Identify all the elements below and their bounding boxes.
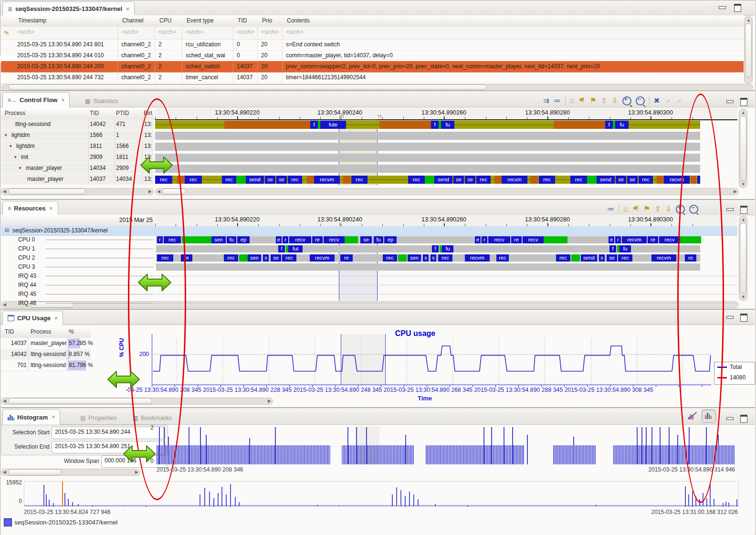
state-rec[interactable]: rec <box>224 254 238 262</box>
col-process[interactable]: Process <box>31 328 51 335</box>
col-event-type[interactable]: Event type <box>187 17 214 24</box>
state-se[interactable]: se <box>271 254 281 262</box>
state-segment[interactable] <box>530 176 538 184</box>
state-rec[interactable]: rec <box>408 176 425 184</box>
state-se[interactable]: se <box>465 176 475 184</box>
state-recvm[interactable]: recvm <box>314 176 340 184</box>
state-recvm[interactable]: recvm <box>651 254 676 262</box>
state-rec[interactable]: rec <box>539 176 555 184</box>
resource-label[interactable]: IRQ 45 <box>18 291 36 297</box>
state-e[interactable]: e <box>475 236 481 243</box>
optimize-icon[interactable]: ⇉ <box>543 96 549 105</box>
state-rec[interactable]: rec <box>383 254 397 262</box>
state-r[interactable]: r <box>615 236 621 243</box>
resource-label[interactable]: CPU 0 <box>18 236 35 243</box>
state-bar[interactable] <box>155 143 700 151</box>
state-segment[interactable] <box>224 121 310 129</box>
state-fu[interactable]: fu <box>442 245 453 252</box>
move-down-icon[interactable]: ⇩ <box>665 205 672 213</box>
tab-control-flow[interactable]: ≡→ Control Flow × <box>2 92 70 107</box>
state-recv[interactable]: recv <box>488 236 510 243</box>
home-icon[interactable]: ⌂ <box>623 205 628 213</box>
table-row[interactable]: 14042lttng-sessiond8.857 % <box>1 349 91 360</box>
histogram-full-chart[interactable] <box>24 481 739 506</box>
tab-properties[interactable]: ▤ Properties <box>75 411 122 424</box>
state-f[interactable]: f <box>432 245 439 252</box>
minimize-button[interactable] <box>719 6 726 9</box>
follow-cpu-forward-icon[interactable]: → <box>673 95 683 106</box>
state-bar[interactable] <box>156 263 700 271</box>
tab-statistics[interactable]: ▦ Statistics <box>80 95 123 107</box>
histogram-window-chart[interactable] <box>157 426 735 464</box>
table-row[interactable]: 2015-03-25 13:30:54.890 244 732channel0_… <box>1 72 744 84</box>
filter-cell-prio[interactable]: <srch> <box>261 29 284 37</box>
tab-histogram[interactable]: Histogram × <box>2 409 60 425</box>
state-rec[interactable]: rec <box>570 176 587 184</box>
filter-cell-event_type[interactable]: <srch> <box>186 29 235 37</box>
state-segment[interactable] <box>307 176 314 184</box>
filter-cell-tid[interactable]: <srch> <box>237 29 259 37</box>
filter-cell-contents[interactable]: <srch> <box>286 29 743 37</box>
state-recvm[interactable]: recvm <box>310 254 335 262</box>
maximize-button[interactable] <box>740 415 747 423</box>
state-fu[interactable]: fu <box>374 236 383 243</box>
state-segment[interactable] <box>571 254 580 262</box>
move-up-icon[interactable]: ⇧ <box>654 205 661 213</box>
state-re[interactable]: re <box>648 236 658 243</box>
next-marker-icon[interactable]: ⚑ <box>590 96 597 105</box>
expand-arrow-icon[interactable]: ▾ <box>19 166 21 170</box>
scroll-up-icon[interactable]: ▲ <box>746 18 751 22</box>
state-fu[interactable]: fu <box>227 236 236 243</box>
col-tid[interactable]: TID <box>90 110 99 116</box>
maximize-button[interactable] <box>734 4 741 12</box>
hide-arrows-icon[interactable]: ✖ <box>654 96 660 105</box>
col-contents[interactable]: Contents <box>287 17 310 24</box>
next-marker-icon[interactable]: ⚑ <box>643 205 650 213</box>
close-icon[interactable]: × <box>61 97 64 104</box>
state-se[interactable]: se <box>265 176 275 184</box>
state-recvm[interactable]: recvm <box>622 236 647 243</box>
state-rec[interactable]: rec <box>222 176 236 184</box>
process-tree-row[interactable]: ▾master_player14034290913: <box>1 163 154 174</box>
move-up-icon[interactable]: ⇧ <box>601 96 607 105</box>
filter-cell-cpu[interactable]: <srch> <box>158 29 184 37</box>
close-icon[interactable]: × <box>126 6 129 12</box>
state-bar[interactable] <box>155 165 700 173</box>
resources-vertical-scrollbar[interactable]: ▲▼ <box>739 216 747 301</box>
state-r[interactable]: r <box>283 236 288 243</box>
state-se[interactable]: se <box>360 236 372 243</box>
state-ep[interactable]: ep <box>237 236 250 243</box>
previous-marker-icon[interactable]: ⚑ <box>578 96 585 105</box>
col-tid[interactable]: TID <box>5 328 14 335</box>
expand-arrow-icon[interactable]: ▾ <box>5 133 7 137</box>
state-send[interactable]: send <box>597 176 615 184</box>
state-recv[interactable]: recv <box>523 236 544 243</box>
state-s[interactable]: s <box>423 254 429 262</box>
timeline-horizontal-scrollbar[interactable]: ◀▶ <box>155 188 739 195</box>
tab-events-table[interactable]: ≣ seqSession-20150325-133047/kernel × <box>2 1 135 16</box>
state-segment[interactable] <box>657 176 664 184</box>
state-se[interactable]: se <box>607 254 617 262</box>
minimize-button[interactable] <box>726 316 734 319</box>
state-recvm[interactable]: recvm <box>465 254 490 262</box>
state-rec[interactable]: rec <box>476 176 491 184</box>
state-se[interactable]: se <box>616 176 626 184</box>
state-send[interactable]: send <box>434 176 452 184</box>
state-fu[interactable]: fu <box>620 245 631 252</box>
process-tree-row[interactable]: lttng-sessiond1404247113: <box>1 119 154 130</box>
col-tid[interactable]: TID <box>238 17 247 24</box>
maximize-button[interactable] <box>740 314 747 322</box>
state-rec[interactable]: rec <box>288 176 302 184</box>
minimize-button[interactable] <box>726 100 734 103</box>
state-segment[interactable] <box>345 236 358 243</box>
state-segment[interactable] <box>544 236 567 243</box>
state-se[interactable]: se <box>453 176 464 184</box>
close-icon[interactable]: × <box>54 315 58 322</box>
state-re[interactable]: re <box>312 236 323 243</box>
state-segment[interactable] <box>425 176 434 184</box>
state-segment[interactable] <box>587 176 597 184</box>
state-segment[interactable] <box>343 176 350 184</box>
zoom-in-icon[interactable]: + <box>622 96 631 105</box>
state-rec[interactable]: rec <box>556 254 570 262</box>
state-sen[interactable]: sen <box>408 254 421 262</box>
